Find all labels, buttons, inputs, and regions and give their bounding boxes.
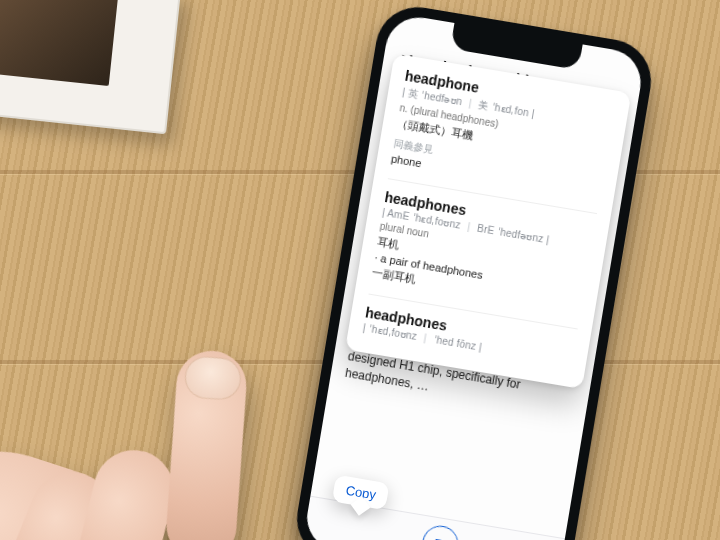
lookup-popup[interactable]: headphone | 英 ˈhedfəʊn | 美 ˈhɛdˌfon | n.…	[345, 54, 631, 389]
text-size-icon	[431, 534, 449, 540]
reader-button[interactable]	[420, 523, 461, 540]
dictionary-entry[interactable]: headphone | 英 ˈhedfəʊn | 美 ˈhɛdˌfon | n.…	[390, 68, 615, 200]
toolbar-spacer	[321, 507, 360, 540]
copy-action[interactable]: Copy	[345, 483, 377, 503]
dictionary-entry[interactable]: headphones | AmE ˈhɛdˌfoʊnz | BrE ˈhedfə…	[371, 178, 597, 315]
product-box	[0, 0, 181, 134]
